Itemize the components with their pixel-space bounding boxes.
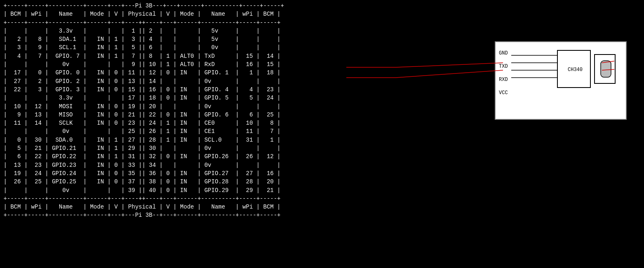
svg-rect-7 <box>601 61 611 77</box>
table-area: +-----+-----+----------+------+---+---Pi… <box>0 0 495 268</box>
main-container: +-----+-----+----------+------+---+---Pi… <box>0 0 644 268</box>
svg-text:CH340: CH340 <box>568 67 583 73</box>
pin-lines: CH340 <box>496 42 626 119</box>
chip-diagram-area: GND TXD RXD VCC CH340 <box>495 41 635 124</box>
chip-diagram: GND TXD RXD VCC CH340 <box>495 41 627 120</box>
gpio-table: +-----+-----+----------+------+---+---Pi… <box>0 2 495 220</box>
